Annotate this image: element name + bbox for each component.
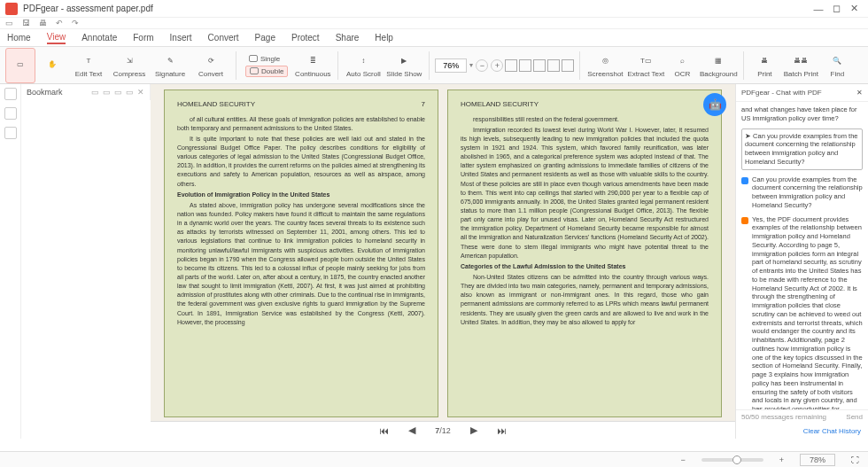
chat-body: and what changes have taken place for US… (736, 102, 868, 409)
menu-help[interactable]: Help (375, 33, 393, 43)
pdf-page-7: HOMELAND SECURITY7 of all cultural entit… (164, 90, 438, 417)
chat-panel: PDFgear - Chat with PDF ✕ and what chang… (735, 84, 868, 439)
menu-insert[interactable]: Insert (170, 33, 192, 43)
app-icon (5, 3, 18, 15)
qat-save-icon[interactable]: 🖫 (22, 19, 30, 27)
menu-share[interactable]: Share (336, 33, 360, 43)
menu-page[interactable]: Page (255, 33, 275, 43)
qat-redo-icon[interactable]: ↷ (72, 19, 79, 27)
bookmark-expand-icon[interactable]: ▭ (103, 88, 111, 97)
user-avatar-icon (741, 177, 748, 184)
rotate-left-icon[interactable] (547, 59, 560, 72)
chat-header: PDFgear - Chat with PDF ✕ (736, 84, 868, 102)
signature-icon: ✎ (162, 52, 178, 68)
zoom-in-button[interactable]: + (491, 59, 503, 72)
bookmark-label: Bookmark (27, 88, 63, 97)
bookmark-rail-icon[interactable] (4, 88, 17, 100)
pdf-page-8: HOMELAND SECURITY8 responsibilities stil… (447, 90, 722, 417)
chat-footer: 50/50 messages remaining Send (736, 409, 868, 424)
main-area: Bookmark ▭ ▭ ▭ ▭ ✕ HOMELAND SECURITY7 of… (0, 84, 868, 439)
next-page-button[interactable]: ▶ (470, 424, 477, 436)
single-view[interactable]: Single (245, 54, 288, 64)
menu-home[interactable]: Home (7, 33, 31, 43)
qat-undo-icon[interactable]: ↶ (56, 19, 63, 27)
convert-icon: ⟳ (203, 52, 219, 68)
clear-chat-link[interactable]: Clear Chat History (736, 424, 868, 439)
hand-icon: ✋ (44, 57, 60, 73)
last-page-button[interactable]: ⏭ (497, 425, 507, 436)
chat-remaining: 50/50 messages remaining (741, 413, 826, 421)
zoom-dropdown[interactable]: ▾ (469, 61, 473, 69)
continuous-icon: ≣ (305, 52, 321, 68)
maximize-button[interactable]: ◻ (827, 3, 845, 14)
assistant-avatar-icon (741, 217, 748, 224)
ai-chat-fab[interactable]: 🤖 (703, 93, 726, 116)
fullscreen-icon[interactable]: ⛶ (851, 455, 859, 464)
hand-tool[interactable]: ✋ (37, 48, 67, 83)
edit-text-icon: T (81, 52, 97, 68)
status-zoom-in[interactable]: + (779, 455, 784, 464)
zoom-out-button[interactable]: − (476, 59, 488, 72)
prev-page-button[interactable]: ◀ (408, 424, 415, 436)
background-button[interactable]: ▦Background (699, 48, 738, 83)
fit-page-icon[interactable] (519, 59, 531, 72)
status-bar: − + 78% ⛶ (0, 451, 868, 467)
bookmark-panel-header: Bookmark ▭ ▭ ▭ ▭ ✕ (21, 84, 151, 100)
compress-button[interactable]: ⇲Compress (110, 48, 149, 83)
background-icon: ▦ (710, 52, 726, 68)
menu-form[interactable]: Form (133, 33, 153, 43)
chat-close-icon[interactable]: ✕ (856, 89, 863, 97)
slideshow-icon: ▶ (396, 52, 412, 68)
chat-send-button[interactable]: Send (846, 413, 863, 421)
bookmark-collapse-icon[interactable]: ▭ (114, 88, 122, 97)
bookmark-delete-icon[interactable]: ▭ (126, 88, 134, 97)
signature-button[interactable]: ✎Signature (151, 48, 190, 83)
ocr-icon: ⌕ (674, 52, 690, 68)
screenshot-button[interactable]: ◎Screenshot (585, 48, 624, 83)
extract-icon: T▭ (638, 52, 654, 68)
edit-text-button[interactable]: TEdit Text (69, 48, 108, 83)
first-page-button[interactable]: ⏮ (379, 425, 389, 436)
print-button[interactable]: 🖶Print (749, 48, 779, 83)
bookmark-add-icon[interactable]: ▭ (91, 88, 99, 97)
print-icon: 🖶 (756, 52, 772, 68)
menu-protect[interactable]: Protect (291, 33, 320, 43)
actual-size-icon[interactable] (533, 59, 546, 72)
autoscroll-icon: ↕ (355, 52, 371, 68)
menu-convert[interactable]: Convert (208, 33, 239, 43)
batch-print-button[interactable]: 🖶🖶Batch Print (781, 48, 820, 83)
bookmark-close-icon[interactable]: ✕ (137, 88, 144, 97)
zoom-slider[interactable] (701, 458, 763, 462)
find-button[interactable]: 🔍Find (822, 48, 852, 83)
search-icon: 🔍 (829, 52, 845, 68)
menu-bar: Home View Annotate Form Insert Convert P… (0, 29, 868, 47)
thumbnail-rail-icon[interactable] (4, 107, 17, 120)
convert-button[interactable]: ⟳Convert (191, 48, 230, 83)
window-title: PDFgear - assessment paper.pdf (23, 4, 810, 13)
page-indicator: 7/12 (435, 426, 451, 435)
close-button[interactable]: ✕ (845, 3, 863, 14)
ocr-button[interactable]: ⌕OCR (667, 48, 697, 83)
select-tool[interactable]: ▭ (5, 48, 35, 83)
autoscroll-button[interactable]: ↕Auto Scroll (344, 48, 383, 83)
menu-view[interactable]: View (47, 32, 66, 44)
menu-annotate[interactable]: Annotate (81, 33, 117, 43)
continuous-button[interactable]: ≣Continuous (293, 48, 332, 83)
rotate-right-icon[interactable] (562, 59, 574, 72)
slideshow-button[interactable]: ▶Slide Show (384, 48, 423, 83)
attachment-rail-icon[interactable] (4, 127, 17, 139)
qat-open-icon[interactable]: ▭ (5, 19, 13, 27)
batch-print-icon: 🖶🖶 (793, 52, 809, 68)
minimize-button[interactable]: — (810, 4, 827, 14)
status-zoom-out[interactable]: − (680, 455, 685, 464)
document-viewport[interactable]: HOMELAND SECURITY7 of all cultural entit… (151, 84, 735, 439)
fit-width-icon[interactable] (505, 59, 517, 72)
chat-suggestion-box[interactable]: ➤ Can you provide examples from the docu… (741, 128, 863, 170)
extract-text-button[interactable]: T▭Extract Text (626, 48, 665, 83)
zoom-input[interactable] (435, 58, 467, 73)
qat-print-icon[interactable]: 🖶 (39, 19, 47, 27)
page-fit-group (505, 59, 574, 72)
double-view[interactable]: Double (245, 66, 288, 77)
compress-icon: ⇲ (121, 52, 137, 68)
chat-assistant-message: Yes, the PDF document provides examples … (741, 215, 863, 410)
